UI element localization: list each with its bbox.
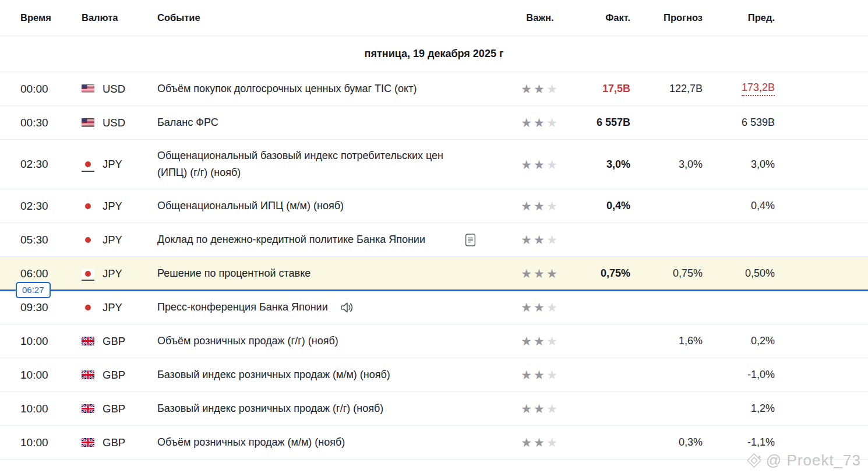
- star-icon: ★: [534, 117, 546, 129]
- actual-value: 0,75%: [555, 267, 630, 280]
- currency-code: JPY: [103, 234, 122, 246]
- actual-value: [555, 234, 630, 246]
- report-icon[interactable]: [464, 232, 477, 248]
- event-time: 00:30: [20, 117, 82, 129]
- forecast-value: 0,3%: [630, 436, 703, 449]
- event-cell: Объём розничных продаж (г/г) (нояб): [157, 325, 485, 357]
- importance-stars: ★★★: [485, 403, 555, 415]
- table-row[interactable]: 10:00: [0, 324, 868, 358]
- star-icon: ★: [534, 83, 546, 95]
- currency-code: USD: [103, 83, 125, 96]
- table-row[interactable]: 10:00: [0, 426, 868, 460]
- event-time: 02:30: [20, 158, 82, 171]
- table-row[interactable]: 02:30: [0, 140, 868, 189]
- speaker-icon[interactable]: [340, 301, 355, 314]
- table-row[interactable]: 10:00: [0, 392, 868, 426]
- table-row[interactable]: 06:00: [0, 257, 868, 291]
- currency-code: JPY: [103, 301, 122, 314]
- currency-flag: [82, 337, 94, 345]
- currency-cell: USD: [82, 83, 157, 96]
- currency-cell: JPY: [82, 267, 157, 280]
- previous-value: -1,1%: [703, 436, 775, 449]
- forecast-value: [630, 234, 703, 246]
- star-icon: ★: [534, 436, 546, 449]
- event-time: 05:30: [20, 234, 82, 246]
- star-icon: ★: [534, 267, 546, 280]
- event-cell: Доклад по денежно-кредитной политике Бан…: [157, 224, 485, 256]
- forecast-value: 0,75%: [630, 267, 703, 280]
- currency-code: GBP: [103, 436, 125, 449]
- table-row[interactable]: 00:30: [0, 106, 868, 140]
- actual-value: 3,0%: [555, 158, 630, 171]
- event-title: Решение по процентной ставке: [157, 265, 310, 282]
- previous-value: 0,50%: [703, 267, 775, 280]
- forecast-value: [630, 117, 703, 129]
- flag-underline: [82, 171, 94, 172]
- currency-flag: [82, 160, 94, 169]
- star-icon: ★: [521, 403, 534, 415]
- uk-flag-icon: [82, 337, 94, 345]
- currency-code: JPY: [103, 267, 122, 280]
- importance-stars: ★★★: [485, 369, 555, 381]
- importance-stars: ★★★: [485, 335, 555, 347]
- table-row[interactable]: 00:00: [0, 72, 868, 106]
- uk-flag-icon: [82, 404, 94, 413]
- forecast-value: 1,6%: [630, 335, 703, 347]
- column-header-previous: Пред.: [748, 12, 775, 23]
- table-row[interactable]: 09:30: [0, 291, 868, 324]
- previous-value: 0,2%: [703, 335, 775, 347]
- actual-value: [555, 436, 630, 449]
- star-icon: ★: [534, 301, 546, 313]
- previous-value: [703, 234, 775, 246]
- currency-code: JPY: [103, 200, 122, 213]
- actual-value: 6 557B: [555, 117, 630, 129]
- forecast-value: 3,0%: [630, 158, 703, 171]
- importance-stars: ★★★: [485, 234, 555, 246]
- japan-flag-icon: [82, 269, 94, 278]
- currency-cell: JPY: [82, 200, 157, 213]
- us-flag-icon: [82, 118, 94, 127]
- currency-flag: [82, 118, 94, 127]
- event-title: Объём розничных продаж (м/м) (нояб): [157, 434, 345, 451]
- currency-flag: [82, 84, 94, 93]
- watermark-text: @ Proekt_73: [766, 451, 861, 470]
- event-time: 10:00: [20, 403, 82, 415]
- event-time: 06:00: [20, 267, 82, 280]
- event-cell: Общенациональный базовый индекс потребит…: [157, 140, 485, 189]
- event-cell: Объём покупок долгосрочных ценных бумаг …: [157, 73, 485, 105]
- forecast-value: [630, 200, 703, 212]
- event-cell: Решение по процентной ставке: [157, 257, 485, 290]
- table-row[interactable]: 10:00: [0, 358, 868, 392]
- currency-cell: GBP: [82, 335, 157, 348]
- table-row[interactable]: 05:30: [0, 223, 868, 257]
- actual-value: [555, 301, 630, 313]
- event-cell: Базовый индекс розничных продаж (м/м) (н…: [157, 359, 485, 391]
- event-cell: Объём розничных продаж (м/м) (нояб): [157, 426, 485, 458]
- table-row[interactable]: 02:30: [0, 189, 868, 223]
- star-icon: ★: [521, 117, 534, 129]
- star-icon: ★: [521, 234, 534, 246]
- star-icon: ★: [521, 83, 534, 95]
- event-time: 00:00: [20, 83, 82, 96]
- importance-stars: ★★★: [485, 158, 555, 171]
- star-icon: ★: [534, 403, 546, 415]
- date-header: пятница, 19 декабря 2025 г: [365, 48, 504, 60]
- previous-value: -1,0%: [703, 369, 775, 381]
- forecast-value: [630, 369, 703, 381]
- gem-icon: [746, 453, 762, 468]
- currency-flag: [82, 370, 94, 379]
- currency-code: USD: [103, 117, 125, 129]
- time-marker-label: 06:27: [16, 282, 51, 298]
- event-time: 10:00: [20, 335, 82, 348]
- japan-flag-icon: [82, 303, 94, 312]
- event-title: Баланс ФРС: [157, 114, 218, 131]
- event-title: Базовый индекс розничных продаж (г/г) (н…: [157, 400, 383, 417]
- star-icon: ★: [521, 158, 534, 171]
- column-header-event: Событие: [157, 12, 485, 23]
- star-icon: ★: [521, 369, 534, 381]
- actual-value: [555, 369, 630, 381]
- importance-stars: ★★★: [485, 117, 555, 129]
- star-icon: ★: [534, 158, 546, 171]
- time-marker-line: [0, 290, 868, 291]
- importance-stars: ★★★: [485, 436, 555, 449]
